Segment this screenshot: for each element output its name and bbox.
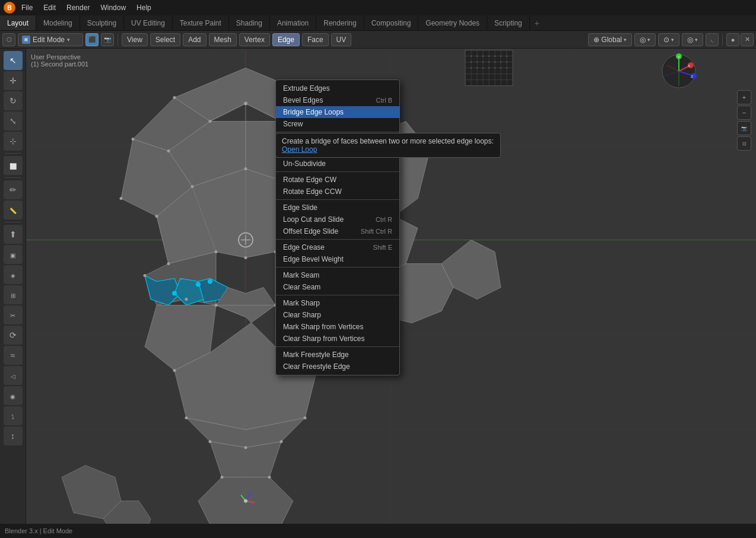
- transform-pivot-btn[interactable]: ◎ ▾: [634, 33, 656, 46]
- menu-item-edge-bevel-weight[interactable]: Edge Bevel Weight: [276, 253, 399, 265]
- tab-uv-editing[interactable]: UV Editing: [124, 15, 173, 30]
- tool-smooth[interactable]: [4, 346, 23, 365]
- tool-bevel[interactable]: [4, 265, 23, 284]
- svg-point-80: [244, 446, 247, 449]
- edge-menu-btn[interactable]: Edge: [272, 33, 300, 46]
- object-type-icon[interactable]: ⬡: [2, 33, 15, 46]
- tool-scale[interactable]: [4, 112, 23, 130]
- tool-shear[interactable]: [4, 366, 23, 385]
- proportional-falloff-icons: ◟: [706, 33, 719, 46]
- extrude-icon: [9, 230, 17, 239]
- view-menu-btn[interactable]: View: [122, 33, 148, 46]
- tab-texture-paint[interactable]: Texture Paint: [173, 15, 229, 30]
- tool-transform[interactable]: [4, 132, 23, 151]
- svg-point-82: [268, 476, 271, 479]
- header-icon-1[interactable]: ●: [726, 33, 739, 46]
- tab-modeling[interactable]: Modeling: [36, 15, 80, 30]
- tab-sculpting[interactable]: Sculpting: [80, 15, 124, 30]
- menu-item-un-subdivide[interactable]: Un-Subdivide: [276, 158, 399, 170]
- menu-item-rotate-edge-cw[interactable]: Rotate Edge CW: [276, 174, 399, 186]
- menu-item-edge-crease[interactable]: Edge CreaseShift E: [276, 241, 399, 253]
- local-view-btn[interactable]: ⊡: [737, 136, 751, 151]
- menu-window[interactable]: Window: [96, 2, 131, 13]
- tab-compositing[interactable]: Compositing: [364, 15, 419, 30]
- svg-point-60: [215, 250, 218, 253]
- navigation-gizmo[interactable]: X Y Z: [661, 53, 697, 89]
- separator-right: [722, 34, 723, 46]
- tool-shrinkwrap[interactable]: [4, 406, 23, 425]
- pivot-icon: ◎: [640, 36, 646, 44]
- viewport-3d-icon[interactable]: ⬛: [85, 33, 99, 46]
- svg-point-85: [208, 279, 212, 284]
- svg-point-58: [167, 262, 170, 265]
- viewport-3d[interactable]: User Perspective (1) Second part.001 X Y…: [26, 49, 756, 538]
- add-menu-btn[interactable]: Add: [183, 33, 206, 46]
- menu-edit[interactable]: Edit: [39, 2, 61, 13]
- tool-annotate[interactable]: [4, 180, 23, 199]
- menu-item-clear-seam[interactable]: Clear Seam: [276, 281, 399, 293]
- proportional-edit-btn[interactable]: ◎ ▾: [682, 33, 703, 46]
- menu-item-rotate-edge-ccw[interactable]: Rotate Edge CCW: [276, 186, 399, 198]
- transform-orientation-btn[interactable]: ⊕ Global ▾: [588, 33, 632, 46]
- select-menu-btn[interactable]: Select: [150, 33, 180, 46]
- menu-item-offset-edge-slide[interactable]: Offset Edge SlideShift Ctrl R: [276, 225, 399, 237]
- menu-render[interactable]: Render: [62, 2, 94, 13]
- tool-move[interactable]: [4, 71, 23, 90]
- tab-scripting[interactable]: Scripting: [487, 15, 530, 30]
- header-icon-2[interactable]: ✕: [741, 33, 754, 46]
- menu-item-loop-cut-and-slide[interactable]: Loop Cut and SlideCtrl R: [276, 214, 399, 225]
- svg-point-70: [132, 138, 135, 141]
- tool-loopcut[interactable]: [4, 285, 23, 304]
- tool-measure[interactable]: [4, 200, 23, 219]
- tool-box-select[interactable]: [4, 156, 23, 175]
- mesh-menu-btn[interactable]: Mesh: [209, 33, 237, 46]
- menu-item-mark-seam[interactable]: Mark Seam: [276, 269, 399, 281]
- add-workspace-button[interactable]: +: [530, 16, 544, 30]
- menu-item-bevel-edges[interactable]: Bevel EdgesCtrl B: [276, 94, 399, 106]
- tool-rotate[interactable]: [4, 91, 23, 110]
- left-sidebar-toolbar: [0, 49, 26, 538]
- tab-shading[interactable]: Shading: [229, 15, 270, 30]
- menu-item-bridge-edge-loops[interactable]: Bridge Edge Loops: [276, 106, 399, 118]
- tool-cursor[interactable]: [4, 51, 23, 70]
- menu-item-clear-sharp[interactable]: Clear Sharp: [276, 309, 399, 321]
- menu-file[interactable]: File: [17, 2, 37, 13]
- tool-inset[interactable]: [4, 245, 23, 264]
- tab-rendering[interactable]: Rendering: [316, 15, 364, 30]
- tool-spin[interactable]: [4, 326, 23, 345]
- tool-knife[interactable]: [4, 305, 23, 324]
- falloff-icon[interactable]: ◟: [706, 33, 719, 46]
- vertex-menu-btn[interactable]: Vertex: [239, 33, 270, 46]
- zoom-out-btn[interactable]: −: [737, 106, 751, 120]
- menu-item-mark-freestyle-edge[interactable]: Mark Freestyle Edge: [276, 349, 399, 361]
- snap-btn[interactable]: ⊙ ▾: [658, 33, 679, 46]
- menu-item-extrude-edges[interactable]: Extrude Edges: [276, 82, 399, 94]
- menu-item-subdivide[interactable]: Subdivide: [276, 134, 399, 146]
- tab-animation[interactable]: Animation: [270, 15, 316, 30]
- menu-item-screw[interactable]: Screw: [276, 118, 399, 130]
- menu-item-subdivide-edge-ring[interactable]: Subdivide Edge-Ring: [276, 146, 399, 158]
- blender-logo: B: [4, 2, 15, 14]
- menu-item-mark-sharp[interactable]: Mark Sharp: [276, 297, 399, 309]
- tab-geometry-nodes[interactable]: Geometry Nodes: [418, 15, 487, 30]
- svg-point-127: [494, 68, 495, 69]
- tool-pushpull[interactable]: [4, 426, 23, 445]
- menu-item-mark-sharp-from-vertices[interactable]: Mark Sharp from Vertices: [276, 321, 399, 333]
- edge-dropdown-menu[interactable]: Extrude EdgesBevel EdgesCtrl BBridge Edg…: [275, 79, 400, 375]
- zoom-in-btn[interactable]: +: [737, 90, 751, 104]
- tool-extrude[interactable]: [4, 225, 23, 244]
- mode-select-dropdown[interactable]: ▣ Edit Mode ▾: [18, 33, 83, 46]
- menu-item-clear-freestyle-edge[interactable]: Clear Freestyle Edge: [276, 361, 399, 373]
- camera-btn[interactable]: 📷: [737, 121, 751, 135]
- uv-menu-btn[interactable]: UV: [331, 33, 352, 46]
- menu-item-label: Clear Seam: [283, 283, 320, 291]
- menu-help[interactable]: Help: [132, 2, 156, 13]
- viewport-camera-icon[interactable]: 📷: [101, 33, 114, 46]
- tab-layout[interactable]: Layout: [0, 15, 36, 30]
- tool-tosphere[interactable]: [4, 386, 23, 405]
- menu-item-clear-sharp-from-vertices[interactable]: Clear Sharp from Vertices: [276, 333, 399, 345]
- svg-point-116: [471, 62, 472, 63]
- face-menu-btn[interactable]: Face: [302, 33, 329, 46]
- svg-text:Z: Z: [691, 75, 693, 78]
- menu-item-edge-slide[interactable]: Edge Slide: [276, 202, 399, 214]
